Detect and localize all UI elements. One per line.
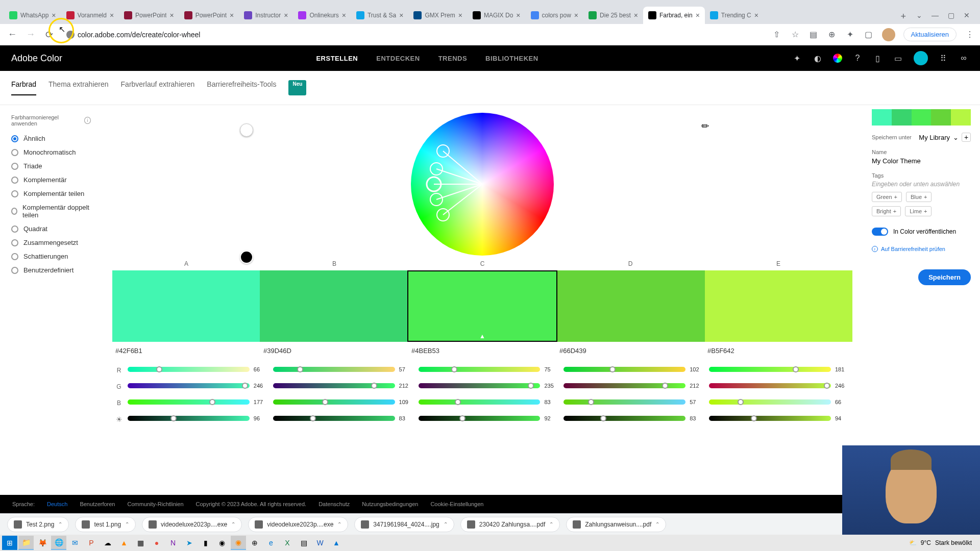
window-minimize[interactable]: — bbox=[932, 11, 939, 19]
browser-tab[interactable]: Instructor× bbox=[239, 7, 293, 24]
help-icon[interactable]: ? bbox=[852, 53, 863, 63]
close-icon[interactable]: × bbox=[696, 11, 700, 19]
color-swatch[interactable] bbox=[260, 270, 407, 342]
sub-tab[interactable]: Farbverlauf extrahieren bbox=[121, 80, 195, 95]
nav-item[interactable]: ENTDECKEN bbox=[376, 55, 420, 62]
nav-item[interactable]: BIBLIOTHEKEN bbox=[485, 55, 538, 62]
download-item[interactable]: Test 2.png⌃ bbox=[7, 517, 69, 532]
close-icon[interactable]: × bbox=[342, 11, 346, 19]
b-slider[interactable] bbox=[564, 399, 685, 405]
close-icon[interactable]: × bbox=[516, 11, 520, 19]
vlc-icon[interactable]: ▲ bbox=[116, 536, 132, 550]
chevron-icon[interactable]: ⌃ bbox=[549, 521, 553, 527]
update-button[interactable]: Aktualisieren bbox=[903, 28, 957, 41]
close-icon[interactable]: × bbox=[634, 11, 638, 19]
browser-tab[interactable]: colors pow× bbox=[526, 7, 584, 24]
l-slider[interactable] bbox=[564, 416, 685, 421]
accessibility-link[interactable]: i Auf Barrierefreiheit prüfen bbox=[872, 246, 971, 252]
l-slider[interactable] bbox=[709, 416, 831, 421]
nav-item[interactable]: ERSTELLEN bbox=[316, 55, 358, 62]
slider-value[interactable]: 66 bbox=[254, 366, 269, 372]
harmony-rule[interactable]: Zusammengesetzt bbox=[11, 239, 91, 246]
tags-input[interactable]: Eingeben oder unten auswählen bbox=[872, 181, 971, 188]
slider-value[interactable]: 177 bbox=[254, 399, 269, 405]
apps-icon[interactable]: ⠿ bbox=[938, 53, 948, 63]
b-slider[interactable] bbox=[709, 399, 831, 405]
download-item[interactable]: 3471961984_4024....jpg⌃ bbox=[354, 517, 454, 532]
account-icon[interactable]: ▢ bbox=[864, 30, 874, 40]
harmony-rule[interactable]: Komplementär doppelt teilen bbox=[11, 204, 91, 219]
profile-button[interactable] bbox=[882, 28, 895, 41]
l-slider[interactable] bbox=[419, 416, 541, 421]
r-slider[interactable] bbox=[709, 367, 831, 372]
download-item[interactable]: test 1.png⌃ bbox=[75, 517, 136, 532]
b-slider[interactable] bbox=[273, 399, 395, 405]
browser-tab[interactable]: Onlinekurs× bbox=[293, 7, 351, 24]
slider-value[interactable]: 66 bbox=[835, 399, 850, 405]
firefox-icon[interactable]: 🦊 bbox=[35, 536, 50, 550]
slider-value[interactable]: 109 bbox=[399, 399, 414, 405]
footer-link[interactable]: Cookie-Einstellungen bbox=[430, 501, 483, 507]
tag-chip[interactable]: Lime + bbox=[905, 206, 932, 216]
harmony-rule[interactable]: Ähnlich bbox=[11, 135, 91, 142]
publish-toggle[interactable] bbox=[872, 228, 888, 236]
info-icon[interactable]: i bbox=[84, 117, 91, 124]
chrome-icon[interactable]: 🌐 bbox=[51, 536, 66, 550]
browser-tab[interactable]: MAGIX Do× bbox=[468, 7, 526, 24]
cc-icon[interactable]: ∞ bbox=[959, 53, 969, 63]
sub-tab[interactable]: Farbrad bbox=[11, 80, 36, 95]
edge-icon[interactable]: e bbox=[263, 536, 279, 550]
color-swatch[interactable] bbox=[112, 270, 260, 342]
powerpoint-icon[interactable]: P bbox=[84, 536, 99, 550]
telegram-icon[interactable]: ➤ bbox=[182, 536, 197, 550]
back-button[interactable]: ← bbox=[5, 28, 19, 42]
close-icon[interactable]: × bbox=[754, 11, 758, 19]
message-icon[interactable]: ▭ bbox=[893, 53, 903, 63]
close-icon[interactable]: × bbox=[399, 11, 403, 19]
slider-value[interactable]: 102 bbox=[690, 366, 705, 372]
close-icon[interactable]: × bbox=[110, 11, 114, 19]
star-icon[interactable]: ✦ bbox=[792, 53, 802, 63]
download-item[interactable]: Zahlungsanweisun....pdf⌃ bbox=[566, 517, 666, 532]
color-wheel[interactable]: ✎ bbox=[112, 110, 852, 258]
close-icon[interactable]: × bbox=[458, 11, 462, 19]
slider-value[interactable]: 235 bbox=[544, 383, 559, 389]
slider-value[interactable]: 57 bbox=[690, 399, 705, 405]
forward-button[interactable]: → bbox=[23, 28, 38, 42]
l-slider[interactable] bbox=[273, 416, 395, 421]
user-avatar[interactable] bbox=[914, 51, 928, 65]
browser-tab[interactable]: Trust & Sa× bbox=[351, 7, 408, 24]
tag-chip[interactable]: Blue + bbox=[906, 192, 932, 202]
extensions-icon[interactable]: ✦ bbox=[845, 30, 855, 40]
app-icon[interactable]: ◉ bbox=[231, 536, 246, 550]
footer-link[interactable]: Community-Richtlinien bbox=[128, 501, 184, 507]
slider-value[interactable]: 83 bbox=[690, 415, 705, 421]
slider-value[interactable]: 212 bbox=[690, 383, 705, 389]
translate-icon[interactable]: ⊕ bbox=[827, 30, 837, 40]
outlook-icon[interactable]: ✉ bbox=[67, 536, 83, 550]
browser-tab[interactable]: Die 25 best× bbox=[583, 7, 643, 24]
slider-value[interactable]: 96 bbox=[254, 415, 269, 421]
r-slider[interactable] bbox=[564, 367, 685, 372]
harmony-rule[interactable]: Schattierungen bbox=[11, 253, 91, 260]
onenote-icon[interactable]: N bbox=[165, 536, 181, 550]
bookmark-icon[interactable]: ☆ bbox=[790, 30, 800, 40]
window-close[interactable]: ✕ bbox=[964, 11, 970, 19]
slider-value[interactable]: 83 bbox=[399, 415, 414, 421]
app-icon[interactable]: ▦ bbox=[133, 536, 148, 550]
download-item[interactable]: videodeluxe2023p....exe⌃ bbox=[248, 517, 348, 532]
logo[interactable]: Adobe Color bbox=[11, 53, 62, 64]
obs-icon[interactable]: ◉ bbox=[214, 536, 230, 550]
eyedropper-icon[interactable]: ✎ bbox=[699, 119, 712, 133]
chevron-icon[interactable]: ⌃ bbox=[337, 521, 341, 527]
browser-tab[interactable]: GMX Prem× bbox=[408, 7, 468, 24]
footer-link[interactable]: Nutzungsbedingungen bbox=[362, 501, 418, 507]
hex-value[interactable]: #42F6B1 bbox=[112, 347, 260, 355]
harmony-rule[interactable]: Komplementär teilen bbox=[11, 190, 91, 197]
app-icon[interactable]: ● bbox=[149, 536, 164, 550]
app-icon[interactable]: ☁ bbox=[100, 536, 115, 550]
slider-value[interactable]: 94 bbox=[835, 415, 850, 421]
slider-value[interactable]: 181 bbox=[835, 366, 850, 372]
slider-value[interactable]: 246 bbox=[254, 383, 269, 389]
color-swatch[interactable] bbox=[705, 270, 852, 342]
